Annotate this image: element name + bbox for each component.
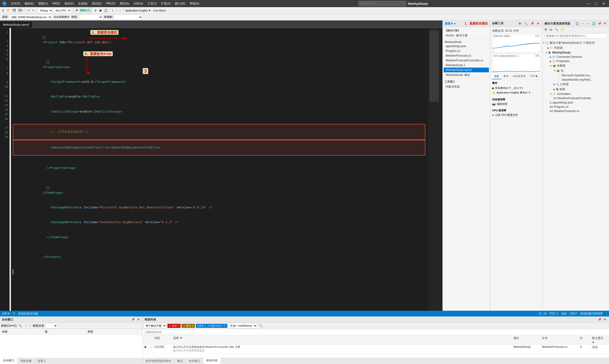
sol-close-button[interactable]: ✕	[603, 21, 607, 26]
connected-services-item[interactable]: ▶ 🔗 Connected Services	[543, 55, 609, 59]
object-browser-item[interactable]: 对象浏览器	[444, 84, 489, 90]
errors-tab[interactable]: 错误列表	[203, 358, 221, 364]
solution-search-input[interactable]	[544, 33, 607, 39]
diag-settings-button[interactable]: ⚙	[518, 21, 522, 26]
header-suppress[interactable]: 禁止显示 ▲	[590, 336, 609, 344]
sol-refresh-button[interactable]: 🔄	[591, 21, 596, 26]
packages-item[interactable]: ▼ 📦 包	[543, 68, 609, 73]
autos-down-button[interactable]: ↓	[28, 324, 32, 328]
scope-select[interactable]: 整个解决方案	[144, 323, 167, 328]
open-button[interactable]: 📂	[6, 8, 11, 12]
webapistudy-csproj-item[interactable]: WebApiStudy.csproj*	[444, 67, 489, 72]
save-all-button[interactable]: 💾+	[17, 8, 24, 12]
framework-item[interactable]: ▶ 🏗 框架	[543, 87, 609, 92]
search-autos-button[interactable]: 🔍	[18, 324, 23, 328]
stop-button[interactable]: ⏹	[98, 9, 103, 12]
minimize-button[interactable]: —	[585, 0, 592, 7]
swashbuckle-package-item[interactable]: 📄 Swashbuckle.AspNetC...	[543, 78, 609, 82]
warning-count-badge[interactable]: ⚠ 警告 6	[181, 324, 195, 328]
build-select[interactable]: 生成 + IntelliSense	[228, 323, 257, 328]
header-project[interactable]: 项目	[511, 336, 540, 344]
code-content[interactable]: - <Project Sdk="Microsoft.NET.Sdk.Web"> …	[11, 28, 428, 311]
errors-search-button[interactable]: 🔍	[258, 324, 264, 328]
new-project-button[interactable]: 🗋	[1, 9, 5, 12]
dependencies-item[interactable]: ▼ 📦 依赖项	[543, 63, 609, 68]
fold-btn-1[interactable]: -	[43, 36, 45, 39]
menu-analyze[interactable]: 分析(N)	[131, 1, 145, 7]
search-depth-select[interactable]	[46, 323, 58, 328]
appsettings-tree-item[interactable]: {} appsettings.json	[543, 100, 609, 105]
error-search-input[interactable]	[145, 330, 192, 335]
properties-item[interactable]: ▶ 📋 Properties	[543, 59, 609, 63]
error-count-badge[interactable]: ✕ 错误 0	[168, 324, 181, 328]
menu-debug[interactable]: 调试(D)	[90, 1, 104, 7]
aspnetcore-package-item[interactable]: 📄 Microsoft.AspNetCore...	[543, 73, 609, 78]
diag-tab-cpu[interactable]: CPU ▶	[528, 74, 540, 79]
lifetime-events-button[interactable]: 生命周期事件	[53, 15, 70, 19]
title-search-input[interactable]	[359, 1, 406, 6]
debug-config-select[interactable]: Debug	[38, 8, 53, 13]
diag-tab-events[interactable]: 事件	[502, 74, 511, 79]
menu-build[interactable]: 生成(B)	[76, 1, 90, 7]
solution-root-item[interactable]: ▼ 📋 解决方案'WebApiStudy'(1 个项目/共	[543, 40, 609, 45]
sol-back-button[interactable]: ←	[581, 21, 585, 26]
diag-pin-button[interactable]: 📌	[530, 21, 535, 26]
header-code[interactable]: 代码	[152, 336, 171, 344]
row-expand[interactable]: ▶	[143, 344, 147, 353]
autos-pin-button[interactable]: 📌	[130, 317, 136, 322]
external-sources-item[interactable]: ▶ 📁 外部源	[543, 45, 609, 51]
fold-btn-3[interactable]: -	[46, 186, 49, 189]
stack-select[interactable]	[114, 14, 143, 20]
pause-button[interactable]: ⏸	[93, 9, 98, 12]
sol-forward-button[interactable]: →	[586, 21, 590, 26]
header-desc[interactable]: 说明 ▼	[171, 336, 511, 344]
step-over-button[interactable]: ⤵	[111, 9, 115, 12]
menu-git[interactable]: Git(G)	[50, 1, 62, 7]
menu-extensions[interactable]: 扩展(X)	[159, 1, 172, 7]
program-item[interactable]: Program.cs	[444, 49, 489, 53]
sol-tb-btn-3[interactable]: 🔍	[554, 27, 559, 32]
editor-minimap[interactable]	[428, 28, 442, 311]
webapistudy-overview-item[interactable]: WebApiStudy: 概述	[444, 72, 489, 78]
webapistudy-item[interactable]: WebApiStudy 2	[444, 63, 489, 67]
autos-up-button[interactable]: ↑	[24, 324, 27, 328]
program-tree-item[interactable]: C# Program.cs	[543, 105, 609, 109]
record-cpu-button[interactable]: ● 记录 CPU 配置文件	[492, 113, 540, 117]
menu-help[interactable]: 帮助(H)	[188, 1, 201, 7]
sol-tb-btn-2[interactable]: 🗂	[549, 27, 553, 32]
menu-file[interactable]: 文件(F)	[9, 1, 22, 7]
package-manager-tab[interactable]: 程序包管理器控制台	[143, 358, 174, 364]
menu-xml[interactable]: XML(X)	[104, 1, 117, 7]
snapshot-button[interactable]: 📷 截取快照	[492, 102, 540, 106]
diag-close-button[interactable]: ✕	[536, 21, 540, 26]
sol-tb-btn-4[interactable]: 📁	[560, 27, 565, 32]
app-insights-button[interactable]: Application Insights ▼	[124, 9, 152, 12]
weatherforecast-item[interactable]: WeatherForecast.cs	[444, 53, 489, 58]
step-into-button[interactable]: ↓	[115, 9, 118, 12]
webapistudy-project-item[interactable]: ▼ 🔷 WebApiStudy	[543, 51, 609, 55]
sol-tb-btn-1[interactable]: ⚙	[544, 27, 548, 32]
live-share-button[interactable]: Live Share	[152, 9, 167, 12]
code-editor[interactable]: 1 2345 6 78 9 10 11121314 1516 171819 - …	[0, 28, 442, 311]
restart-button[interactable]: 🔄	[103, 8, 108, 12]
menu-tools[interactable]: 工具(T)	[146, 1, 159, 7]
undo-button[interactable]: ↩	[27, 8, 31, 12]
menu-window[interactable]: 窗口(W)	[173, 1, 187, 7]
redo-button[interactable]: ↪	[31, 8, 35, 12]
nuget-item[interactable]: NuGet - 解决方案	[444, 33, 489, 38]
close-button[interactable]: ✕	[600, 0, 607, 7]
menu-test[interactable]: 测试(S)	[118, 1, 131, 7]
sol-pin-button[interactable]: 📌	[597, 21, 602, 26]
autos-tab[interactable]: 自动窗口	[0, 358, 17, 364]
locals-tab[interactable]: 局部变量	[17, 358, 35, 364]
platform-select[interactable]: Any CPU	[53, 8, 71, 13]
menu-view[interactable]: 视图(V)	[36, 1, 50, 7]
weatherforecastcontroller-item[interactable]: WeatherForecastController.cs	[444, 58, 489, 63]
editor-tab-csproj[interactable]: WebApiStudy.csproj*	[0, 22, 33, 28]
errors-close-button[interactable]: ✕	[603, 317, 607, 322]
analyzers-item[interactable]: ▶ 🔍 分析器	[543, 82, 609, 87]
command-window-tab[interactable]: 命令窗口	[186, 358, 203, 364]
autos-close-button[interactable]: ✕	[136, 317, 141, 322]
continue-button[interactable]: ▶ 继续(①)	[74, 8, 92, 13]
menu-project[interactable]: 项目(P)	[62, 1, 76, 7]
